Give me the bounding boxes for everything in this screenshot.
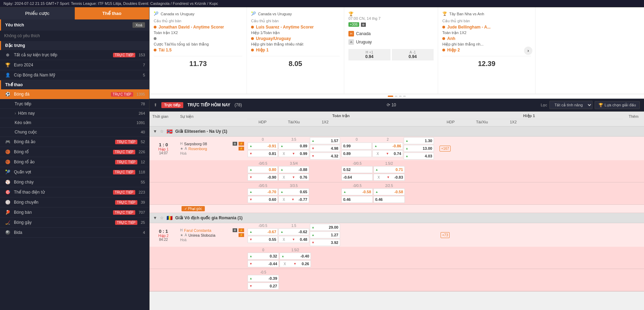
h1-x12-2-sarpsborg[interactable]: ▲ 4.03: [404, 153, 434, 160]
more-badge-sarpsborg[interactable]: +167: [440, 146, 451, 152]
fav-icon-farul[interactable]: ★: [180, 233, 183, 237]
sidebar-item-bong-chay[interactable]: ⚾ Bóng chày 55: [0, 177, 149, 187]
sub-hdp2-2[interactable]: ▼ 0.60: [248, 196, 278, 203]
tai1-sarpsborg[interactable]: ▲ 0.89: [279, 142, 309, 149]
sub-h1-hdp1-1[interactable]: 0.52: [341, 166, 373, 173]
team1-stats-icon[interactable]: ⊞: [233, 142, 237, 146]
f-x12-2[interactable]: ▼ 3.92: [310, 239, 340, 246]
sub-h1-hdp1-2[interactable]: ▲ -0.58: [341, 188, 373, 195]
league-row-eliteserien[interactable]: ▼ ☆ 🇳🇴 Giải Eliteserien - Na Uy (1): [150, 127, 644, 137]
h1-hdp1-sarpsborg[interactable]: 0.99: [341, 142, 372, 149]
sidebar-item-bong-gay[interactable]: 🏒 Bóng gậy TRỰC TIẾP 25: [0, 218, 149, 228]
unirea-live-icon[interactable]: ⚡: [239, 233, 244, 237]
clear-favorites-btn[interactable]: Xoá: [132, 22, 145, 28]
f-tai1[interactable]: ▲ -0.62: [279, 228, 309, 235]
collapse-btn[interactable]: ⬆: [154, 103, 157, 107]
h1-x12-x-sarpsborg[interactable]: ▲ 13.00: [404, 145, 434, 152]
h1-x12-1-sarpsborg[interactable]: ▲ 1.30: [404, 137, 434, 144]
collapse-league-1[interactable]: ▼: [153, 129, 157, 134]
x12-2-sarpsborg[interactable]: ▼ 4.32: [310, 153, 340, 160]
refresh-icon[interactable]: ⟳: [387, 103, 390, 107]
sub-tai1-2[interactable]: ▲ 0.65: [279, 188, 309, 195]
sidebar-item-keo-som[interactable]: Kèo sớm 1091: [0, 118, 149, 128]
sidebar-item-chung-cuoc[interactable]: Chung cuộc 40: [0, 128, 149, 137]
dot-2[interactable]: [395, 96, 397, 97]
collapse-league-2[interactable]: ▼: [153, 215, 157, 220]
f-hdp1[interactable]: ▲ -0.67: [248, 228, 278, 235]
card4-bet-type: Cầu thủ ghi bàn: [442, 19, 531, 23]
sidebar-item-bong-ro[interactable]: 🏀 Bóng rổ TRỰC TIẾP 226: [0, 147, 149, 157]
sub-h1-hdp2-2[interactable]: 0.46: [341, 196, 373, 203]
sf-hdp1-1[interactable]: ▲ 0.32: [248, 253, 279, 260]
card3-score-h[interactable]: H +1 0.94: [348, 49, 391, 60]
sub-xiu1-1[interactable]: X ▼ 0.76: [279, 174, 309, 181]
hdp1-sarpsborg[interactable]: ▲ -0.91: [248, 142, 278, 149]
card1-odds[interactable]: 11.73: [154, 56, 242, 71]
f-x12-x[interactable]: ▲ 1.27: [310, 231, 340, 238]
sf-hdp2-2[interactable]: ▼ 0.27: [248, 283, 279, 289]
sf-xiu1-1[interactable]: X ▼ 0.26: [280, 260, 311, 267]
sidebar-item-hom-nay[interactable]: › Hôm nay 264: [0, 109, 149, 118]
sub-h1-tai1-1[interactable]: ▲ 0.71: [373, 166, 405, 173]
sf-tai1-1[interactable]: ▲ -0.40: [280, 253, 311, 260]
sf-hdp1-2[interactable]: ▲ -0.39: [248, 275, 279, 282]
team2-live-icon[interactable]: ⚡: [239, 147, 244, 150]
filter-select[interactable]: Tất cả tính năng: [549, 101, 593, 109]
star-league-2[interactable]: ☆: [160, 215, 164, 220]
sidebar-item-cup-bong-da[interactable]: 👤 Cúp Bóng đá Nam Mỹ 5: [0, 70, 149, 80]
f-xiu1[interactable]: X ▼ 0.48: [279, 236, 309, 243]
sidebar-item-the-thao-dien-tu[interactable]: 🎯 Thể thao điện tử TRỰC TIẾP 223: [0, 187, 149, 197]
h1-tai1-sarpsborg[interactable]: ▲ -0.86: [372, 142, 403, 149]
sidebar-item-euro2024[interactable]: 🏆 Euro 2024 7: [0, 60, 149, 70]
farul-live-icon[interactable]: ⚡: [239, 228, 244, 232]
carousel-next-btn[interactable]: ›: [524, 47, 532, 55]
sidebar-item-truc-tiep[interactable]: Trực tiếp 78: [0, 99, 149, 109]
star-league-1[interactable]: ☆: [160, 129, 164, 134]
dot-4[interactable]: [403, 96, 406, 97]
sidebar-item-bong-chuyen[interactable]: 🏐 Bóng chuyền TRỰC TIẾP 39: [0, 197, 149, 207]
more-badge-farul[interactable]: +73: [441, 232, 450, 238]
h1-xiu1-sarpsborg[interactable]: X ▼ 0.74: [372, 150, 403, 157]
dot-1[interactable]: [388, 96, 393, 97]
card3-score-a[interactable]: A -1 0.94: [392, 49, 434, 60]
sub-hdp1-1[interactable]: ▲ 0.80: [248, 166, 278, 173]
match-event-sarpsborg: H Sarpsborg 08 ⊞ ⚡ ★ A Rosenborg ⚡ Hoà: [177, 140, 247, 157]
card4-odds[interactable]: 12.39: [442, 56, 531, 71]
tab-the-thao[interactable]: Thể thao: [75, 7, 150, 19]
team1-live-icon[interactable]: ⚡: [239, 142, 244, 146]
sidebar-item-tat-ca[interactable]: ⊕ Tất cả sự kiện trực tiếp TRỰC TIẾP 153: [0, 50, 149, 60]
sub-h1-hdp2-1[interactable]: -0.64: [341, 174, 373, 181]
content-area: 🎾 Canada vs Uruguay Cầu thủ ghi bàn Jona…: [150, 7, 644, 310]
x12-1-sarpsborg[interactable]: ▲ 1.57: [310, 137, 340, 144]
hdp2-sarpsborg[interactable]: ▼ 0.81: [248, 150, 278, 157]
sf-hdp2-1[interactable]: ▼ -0.44: [248, 260, 279, 267]
sidebar-item-quan-vot[interactable]: 🎾 Quần vợt TRỰC TIẾP 118: [0, 167, 149, 177]
tab-phieu-cuoc[interactable]: Phiếu cược: [0, 7, 75, 19]
sub-xiu1-2[interactable]: X ▼ -0.77: [279, 196, 309, 203]
x12-x-sarpsborg[interactable]: ▼ 4.98: [310, 145, 340, 152]
sub-hdp2-1[interactable]: ▼ -0.90: [248, 174, 278, 181]
sidebar-item-bong-da-ao[interactable]: 🎮 Bóng đá ảo TRỰC TIẾP 52: [0, 137, 149, 147]
sub-tai1-1[interactable]: ▲ -0.88: [279, 166, 309, 173]
f-hdp2[interactable]: ▼ 0.55: [248, 236, 278, 243]
bong-ro-icon: 🏀: [4, 149, 11, 154]
sidebar-item-bong-ban[interactable]: 🏓 Bóng bàn TRỰC TIẾP 707: [0, 207, 149, 218]
fav-icon-sarpsborg[interactable]: ★: [180, 147, 183, 150]
card2-odds[interactable]: 8.05: [251, 56, 340, 71]
sub-h1-xiu1-1[interactable]: X ▼ -0.83: [373, 174, 405, 181]
h1-hdp2-sarpsborg[interactable]: 0.89: [341, 150, 372, 157]
sub-h1-xiu1-2[interactable]: 0.46: [373, 196, 405, 203]
sidebar-item-bong-da[interactable]: ⚽ Bóng đá TRỰC TIẾP 1395: [0, 89, 149, 99]
f-x12-1[interactable]: ▲ 29.00: [310, 224, 340, 231]
dot-3[interactable]: [399, 96, 402, 97]
sub-hdp1-2[interactable]: ▲ -0.70: [248, 188, 278, 195]
corner-badge-sarpsborg[interactable]: ✓ Phạt góc: [182, 206, 205, 211]
xiu1-sarpsborg[interactable]: X ▼ 0.99: [279, 150, 309, 157]
sub-h1-tai1-2[interactable]: ▲ -0.58: [373, 188, 405, 195]
sidebar-item-bida[interactable]: 🎱 Bida 4: [0, 228, 149, 238]
farul-stats-icon[interactable]: ⊞: [233, 228, 237, 232]
league-row-romania[interactable]: ▼ ☆ 🇷🇴 Giải Vô địch quốc gia Romania (1): [150, 213, 644, 223]
trophy-btn[interactable]: 🏆 Lựa chọn giải đấu: [595, 101, 640, 109]
card3-team2: Uruguay: [356, 40, 372, 44]
sidebar-item-bong-ro-ao[interactable]: 🏀 Bóng rổ ảo TRỰC TIẾP 12: [0, 157, 149, 167]
